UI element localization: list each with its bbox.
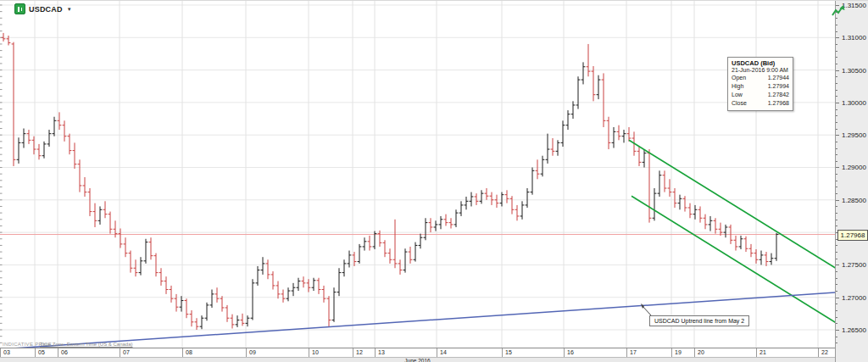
tooltip-open-value: 1.27944: [768, 74, 789, 82]
date-axis-label: 08: [182, 348, 246, 357]
price-axis-minor-tick: [836, 115, 837, 116]
price-axis-minor-tick: [836, 64, 837, 64]
price-axis-minor-tick: [836, 142, 837, 142]
price-chart[interactable]: INDICATIVE PRICE Time Zone: Eastern Time…: [0, 1, 835, 348]
price-axis-minor-tick: [836, 291, 837, 292]
chevron-down-icon[interactable]: ▼: [67, 7, 72, 12]
price-axis-major-tick: [836, 103, 839, 103]
trendline-annotation[interactable]: USDCAD Uptrend line from May 2: [649, 315, 749, 326]
date-axis-label: 06: [58, 348, 120, 357]
date-axis-label: 16: [564, 348, 626, 357]
price-axis[interactable]: 1.27968 1.315001.310001.305001.300001.29…: [835, 1, 868, 362]
left-minor-ticks: [0, 5, 3, 343]
price-axis-minor-tick: [836, 31, 837, 32]
price-axis-minor-tick: [836, 323, 837, 324]
price-axis-minor-tick: [836, 259, 837, 259]
price-axis-minor-tick: [836, 51, 837, 52]
date-axis-label: 05: [35, 348, 58, 357]
descending-channel-top[interactable]: [629, 140, 835, 271]
date-axis-label: 07: [120, 348, 182, 357]
date-axis-label: 10: [309, 348, 353, 357]
date-axis-label: 03: [0, 348, 35, 357]
price-axis-major-tick: [836, 135, 839, 136]
price-axis-minor-tick: [836, 337, 837, 337]
last-price-tag: 1.27968: [837, 230, 868, 241]
price-axis-minor-tick: [836, 206, 837, 207]
price-axis-label: 1.30500: [842, 67, 866, 75]
ohlc-tooltip: USDCAD (Bid) 21-Jun-2016 9:00 AM Open1.2…: [727, 57, 793, 111]
ohlc-chart-canvas[interactable]: [0, 1, 835, 348]
price-axis-label: 1.27500: [842, 261, 866, 269]
price-axis-minor-tick: [836, 109, 837, 110]
price-axis-label: 1.26500: [842, 326, 866, 334]
price-bars: [2, 33, 779, 330]
price-axis-minor-tick: [836, 310, 837, 311]
price-axis-major-tick: [836, 298, 839, 298]
price-axis-minor-tick: [836, 343, 837, 343]
jump-to-latest-icon[interactable]: [831, 5, 846, 20]
date-axis-label: 19: [671, 348, 694, 357]
price-axis-minor-tick: [836, 187, 837, 187]
price-axis-minor-tick: [836, 122, 837, 123]
price-axis-minor-tick: [836, 278, 837, 279]
price-axis-minor-tick: [836, 252, 837, 253]
price-axis-minor-tick: [836, 96, 837, 97]
date-axis-label: 15: [502, 348, 564, 357]
price-axis-label: 1.29000: [842, 164, 866, 171]
tooltip-close-value: 1.27968: [768, 99, 789, 108]
price-axis-minor-tick: [836, 220, 837, 220]
price-axis-label: 1.29500: [842, 131, 866, 139]
price-axis-label: 1.31000: [842, 34, 866, 42]
price-axis-minor-tick: [836, 245, 837, 246]
price-axis-minor-tick: [836, 317, 837, 318]
date-axis-label: 14: [437, 348, 502, 357]
symbol-selector[interactable]: USDCAD ▼: [14, 3, 72, 14]
price-axis-minor-tick: [836, 76, 837, 77]
date-axis-label: 20: [694, 348, 756, 357]
tooltip-open-label: Open: [732, 74, 746, 82]
date-axis-label: 12: [353, 348, 375, 357]
price-axis-minor-tick: [836, 161, 837, 162]
instrument-chart-icon: [14, 3, 25, 14]
price-axis-major-tick: [836, 37, 839, 38]
price-axis-minor-tick: [836, 181, 837, 181]
price-axis-minor-tick: [836, 25, 837, 25]
tooltip-high-label: High: [732, 82, 743, 91]
price-axis-minor-tick: [836, 154, 837, 155]
price-axis-minor-tick: [836, 90, 837, 91]
price-axis-label: 1.27000: [842, 294, 866, 302]
tooltip-datetime: 21-Jun-2016 9:00 AM: [732, 67, 789, 73]
price-axis-minor-tick: [836, 44, 837, 45]
price-axis-minor-tick: [836, 193, 837, 194]
price-axis-major-tick: [836, 167, 839, 168]
date-axis-label: 09: [246, 348, 309, 357]
month-label: June 2016: [0, 357, 835, 362]
price-axis-minor-tick: [836, 148, 837, 149]
price-axis-label: 1.30000: [842, 99, 866, 107]
date-axis-label: 22: [818, 348, 835, 357]
price-axis-minor-tick: [836, 57, 837, 58]
price-axis-minor-tick: [836, 174, 837, 175]
timezone-link[interactable]: Time Zone: Eastern Time (US & Canada): [40, 342, 133, 347]
price-axis-major-tick: [836, 330, 839, 331]
price-axis-major-tick: [836, 265, 839, 265]
descending-channel-bottom[interactable]: [632, 196, 835, 326]
price-axis-minor-tick: [836, 226, 837, 226]
price-axis-major-tick: [836, 70, 839, 71]
gridlines: [0, 1, 835, 348]
price-axis-minor-tick: [836, 304, 837, 304]
tooltip-high-value: 1.27994: [768, 82, 789, 91]
date-axis-label: 21: [756, 348, 818, 357]
price-axis-minor-tick: [836, 83, 837, 84]
date-axis-label: 13: [375, 348, 437, 357]
price-axis-minor-tick: [836, 271, 837, 272]
tooltip-close-label: Close: [732, 99, 747, 108]
date-axis-label: 17: [626, 348, 671, 357]
tooltip-title: USDCAD (Bid): [732, 59, 789, 67]
price-axis-minor-tick: [836, 284, 837, 285]
trading-chart-window: INDICATIVE PRICE Time Zone: Eastern Time…: [0, 0, 868, 362]
symbol-label: USDCAD: [29, 5, 63, 14]
price-axis-label: 1.28500: [842, 197, 866, 204]
tooltip-low-value: 1.27842: [768, 91, 789, 99]
price-axis-major-tick: [836, 200, 839, 201]
